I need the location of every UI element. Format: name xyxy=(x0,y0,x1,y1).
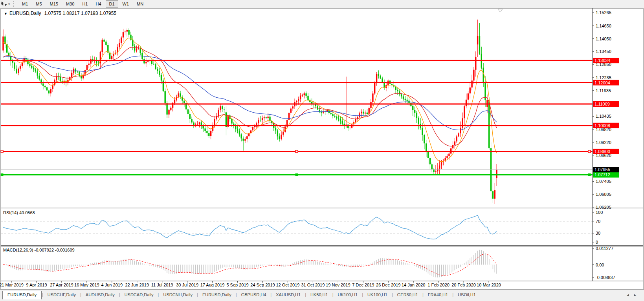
chart-ohlc-values: 1.07575 1.08217 1.07193 1.07955 xyxy=(44,11,117,16)
price-axis-label: 1.13450 xyxy=(596,49,611,54)
price-axis-label: 1.15265 xyxy=(596,10,611,15)
support-label-text: 1.07712 xyxy=(594,172,610,177)
timeframe-button-m1[interactable]: M1 xyxy=(18,0,31,8)
timeframe-button-d1[interactable]: D1 xyxy=(106,0,118,8)
date-label: 21 Mar 2019 xyxy=(0,283,24,287)
chart-tab-bar: EURUSD,Daily|USDCHF,Daily|AUDUSD,Daily|U… xyxy=(0,289,644,299)
chart-tab-usdcad-daily[interactable]: USDCAD,Daily xyxy=(121,291,158,299)
date-label: 27 Apr 2019 xyxy=(50,283,73,287)
date-label: 11 Jul 2019 xyxy=(151,283,173,287)
date-label: 12 Oct 2019 xyxy=(276,283,299,287)
top-toolbar: ▾ M1M5M15M30H1H4D1W1MN xyxy=(0,0,644,8)
date-label: 14 Jan 2020 xyxy=(402,283,426,287)
price-chart-canvas[interactable]: 1.152651.146501.140501.134501.128501.122… xyxy=(0,0,644,301)
date-label: 24 Sep 2019 xyxy=(250,283,275,287)
resistance-label-text: 1.08800 xyxy=(594,149,610,154)
chart-tab-audusd-daily[interactable]: AUDUSD,Daily xyxy=(82,291,119,299)
price-axis-label: 1.14050 xyxy=(596,36,611,41)
current-price-label-text: 1.07955 xyxy=(594,167,610,172)
date-label: 22 Jun 2019 xyxy=(125,283,149,287)
chart-tab-usoil-h1[interactable]: USOil,H1 xyxy=(454,291,480,299)
rsi-axis-label: 30 xyxy=(596,231,600,235)
resistance-label-text: 1.11009 xyxy=(594,102,610,106)
date-label: 31 Oct 2019 xyxy=(301,283,325,287)
timeframe-button-mn[interactable]: MN xyxy=(133,0,147,8)
timeframe-button-m5[interactable]: M5 xyxy=(32,0,45,8)
chart-background xyxy=(1,8,643,289)
chart-tab-usdchf-daily[interactable]: USDCHF,Daily xyxy=(44,291,80,299)
date-label: 19 Nov 2019 xyxy=(326,283,350,287)
tab-scroll-left-icon[interactable]: ◄ xyxy=(626,293,633,297)
toolbar-grip xyxy=(13,1,16,7)
timeframe-button-m15[interactable]: M15 xyxy=(46,0,62,8)
price-axis-label: 1.10435 xyxy=(596,114,611,119)
date-label: 17 Aug 2019 xyxy=(200,283,225,287)
line-handle[interactable] xyxy=(588,150,591,153)
timeframe-button-group: M1M5M15M30H1H4D1W1MN xyxy=(18,0,147,8)
resistance-label-text: 1.13034 xyxy=(594,58,610,63)
timeframe-button-m30[interactable]: M30 xyxy=(62,0,78,8)
chart-tab-fra40-h1[interactable]: FRA40,H1 xyxy=(424,291,452,299)
macd-axis-label: -0.008837 xyxy=(596,275,615,280)
chart-tab-gbpusd-h4[interactable]: GBPUSD,H4 xyxy=(237,291,270,299)
line-handle[interactable] xyxy=(295,150,298,153)
macd-axis-label: 0.011277 xyxy=(596,246,613,251)
chart-menu-triangle-icon[interactable]: ▼ xyxy=(4,12,7,16)
chart-tab-eurusd-daily[interactable]: EURUSD,Daily xyxy=(2,291,42,299)
chart-tab-hk50-h1[interactable]: HK50,H1 xyxy=(306,291,332,299)
chart-tabs: EURUSD,Daily|USDCHF,Daily|AUDUSD,Daily|U… xyxy=(0,291,480,299)
timeframe-button-h1[interactable]: H1 xyxy=(79,0,91,8)
date-label: 30 Jul 2019 xyxy=(176,283,198,287)
price-axis-label: 1.09220 xyxy=(596,140,611,145)
chart-tab-usdcnh-daily[interactable]: USDCNH,Daily xyxy=(159,291,196,299)
tab-scroll-right-icon[interactable]: ► xyxy=(633,293,641,297)
date-label: 7 Dec 2019 xyxy=(352,283,374,287)
chart-tab-xauusd-h1[interactable]: XAUUSD,H1 xyxy=(272,291,305,299)
chart-tab-eurusd-daily[interactable]: EURUSD,Daily xyxy=(198,291,235,299)
rsi-axis-label: 0 xyxy=(596,240,598,244)
tab-scroll-arrows: ◄► xyxy=(626,293,641,297)
chart-tab-uk100-h1[interactable]: UK100,H1 xyxy=(334,291,361,299)
chart-window-title: ▼EURUSD,Daily1.07575 1.08217 1.07193 1.0… xyxy=(4,11,116,16)
date-label: 16 May 2019 xyxy=(74,283,99,287)
macd-axis-label: 0.00 xyxy=(596,263,604,267)
chart-symbol-label: EURUSD,Daily xyxy=(9,11,41,16)
date-label: 5 Sep 2019 xyxy=(226,283,248,287)
date-label: 20 Feb 2020 xyxy=(451,283,476,287)
line-handle[interactable] xyxy=(588,173,591,176)
timeframe-button-w1[interactable]: W1 xyxy=(119,0,133,8)
line-handle[interactable] xyxy=(1,173,3,176)
macd-indicator-label: MACD(12,26,9) -0.007922 -0.001609 xyxy=(3,248,75,252)
chevron-down-icon[interactable]: ▾ xyxy=(8,2,10,6)
chart-tab-uk100-h1[interactable]: UK100,H1 xyxy=(363,291,391,299)
line-handle[interactable] xyxy=(1,150,3,153)
date-label: 26 Dec 2019 xyxy=(376,283,400,287)
crosshair-tool-icon xyxy=(1,1,7,7)
price-axis-label: 1.11635 xyxy=(596,88,611,93)
chart-tab-ger30-h1[interactable]: GER30,H1 xyxy=(393,291,422,299)
price-axis-label: 1.07405 xyxy=(596,179,611,184)
timeframe-button-h4[interactable]: H4 xyxy=(92,0,105,8)
resistance-label-text: 1.12004 xyxy=(594,80,610,85)
crosshair-tool-button[interactable]: ▾ xyxy=(0,1,11,7)
price-axis-label: 1.06805 xyxy=(596,192,611,197)
price-axis-label: 1.14650 xyxy=(596,24,611,28)
date-label: 10 Mar 2020 xyxy=(477,283,501,287)
date-label: 1 Feb 2020 xyxy=(427,283,450,287)
price-axis-label: 1.12235 xyxy=(596,75,611,80)
resistance-label-text: 1.10008 xyxy=(594,123,610,128)
date-label: 4 Jun 2019 xyxy=(101,283,123,287)
line-handle[interactable] xyxy=(295,173,298,176)
rsi-indicator-label: RSI(14) 40.0568 xyxy=(3,210,35,215)
date-label: 9 Apr 2019 xyxy=(26,283,47,287)
rsi-axis-label: 100 xyxy=(596,210,603,215)
rsi-axis-label: 70 xyxy=(596,219,600,224)
